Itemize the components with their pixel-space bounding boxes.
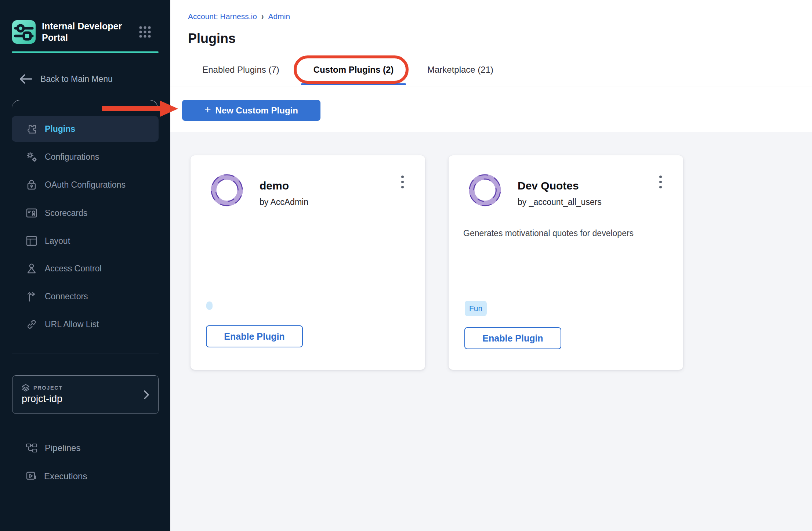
back-to-main-menu[interactable]: Back to Main Menu xyxy=(19,73,113,84)
kebab-menu-icon[interactable] xyxy=(653,171,668,192)
active-tab-underline xyxy=(301,83,406,85)
person-icon xyxy=(26,263,37,274)
sidebar-item-label: URL Allow List xyxy=(45,319,99,329)
sidebar-item-url-allow-list[interactable]: URL Allow List xyxy=(12,311,159,337)
pipelines-icon xyxy=(26,443,37,453)
layout-icon xyxy=(26,235,37,247)
gears-icon xyxy=(26,151,37,163)
sidebar-item-access-control[interactable]: Access Control xyxy=(12,256,159,281)
project-selector[interactable]: PROJECT projct-idp xyxy=(12,375,159,414)
layers-icon xyxy=(22,384,30,392)
breadcrumb-chevron-icon: › xyxy=(261,12,264,21)
sidebar-accent-rule xyxy=(12,51,159,53)
project-name: projct-idp xyxy=(22,393,62,405)
page-title: Plugins xyxy=(188,31,236,46)
enable-plugin-button[interactable]: Enable Plugin xyxy=(464,327,561,349)
tab-custom-plugins[interactable]: Custom Plugins (2) xyxy=(301,59,406,81)
plugin-card-demo: demo by AccAdmin Enable Plugin xyxy=(191,155,425,370)
sidebar-item-plugins[interactable]: Plugins xyxy=(12,116,159,142)
empty-tag-dot xyxy=(206,301,213,310)
plugin-description: Generates motivational quotes for develo… xyxy=(463,227,669,239)
sidebar-item-pipelines[interactable]: Pipelines xyxy=(12,434,159,462)
idp-logo-icon xyxy=(12,20,36,44)
sidebar-item-label: Layout xyxy=(45,236,70,246)
plugin-card-dev-quotes: Dev Quotes by _account_all_users Generat… xyxy=(449,155,683,370)
plugin-title: Dev Quotes xyxy=(518,180,579,192)
sidebar-item-configurations[interactable]: Configurations xyxy=(12,144,159,170)
app-logo[interactable]: Internal Developer Portal xyxy=(12,20,134,44)
sidebar-item-executions[interactable]: Executions xyxy=(12,463,159,490)
plugin-avatar xyxy=(468,174,501,207)
kebab-menu-icon[interactable] xyxy=(395,171,410,192)
project-label: PROJECT xyxy=(33,385,63,391)
puzzle-icon xyxy=(26,123,37,135)
project-label-row: PROJECT xyxy=(22,384,63,392)
sidebar-item-layout[interactable]: Layout xyxy=(12,228,159,254)
chevron-right-icon xyxy=(143,389,150,401)
sidebar-item-label: Connectors xyxy=(45,292,88,301)
split-arrows-icon xyxy=(26,290,37,302)
sidebar: Internal Developer Portal Back to Main M… xyxy=(0,0,170,531)
arrow-left-icon xyxy=(19,73,33,84)
sidebar-item-label: Access Control xyxy=(45,264,102,274)
sidebar-item-scorecards[interactable]: Scorecards xyxy=(12,200,159,226)
scorecard-icon xyxy=(26,207,37,219)
app-grid-icon[interactable] xyxy=(138,25,152,39)
breadcrumb-account-link[interactable]: Account: Harness.io xyxy=(188,12,257,21)
plugin-author: by AccAdmin xyxy=(260,197,308,207)
sidebar-item-label: Configurations xyxy=(45,152,99,162)
plugin-title: demo xyxy=(260,180,289,192)
lock-icon xyxy=(26,179,37,191)
tag-badge: Fun xyxy=(465,301,487,316)
sidebar-item-oauth-configurations[interactable]: OAuth Configurations xyxy=(12,172,159,198)
tab-enabled-plugins[interactable]: Enabled Plugins (7) xyxy=(187,59,295,81)
new-custom-plugin-button[interactable]: + New Custom Plugin xyxy=(182,100,320,121)
back-label: Back to Main Menu xyxy=(40,74,113,84)
plugin-avatar xyxy=(210,174,243,207)
breadcrumb: Account: Harness.io › Admin xyxy=(188,12,290,21)
sidebar-divider xyxy=(12,354,159,354)
breadcrumb-admin-link[interactable]: Admin xyxy=(268,12,290,21)
new-custom-plugin-label: New Custom Plugin xyxy=(215,105,298,116)
sidebar-item-label: Plugins xyxy=(45,124,75,134)
sidebar-item-label: Pipelines xyxy=(45,443,80,453)
nav-group-border xyxy=(12,100,158,109)
enable-plugin-button[interactable]: Enable Plugin xyxy=(206,325,303,347)
plus-icon: + xyxy=(204,104,211,116)
app-title: Internal Developer Portal xyxy=(42,21,134,43)
plugin-author: by _account_all_users xyxy=(518,197,602,207)
sidebar-item-label: Scorecards xyxy=(45,208,87,218)
sidebar-item-label: OAuth Configurations xyxy=(45,180,126,190)
tab-marketplace[interactable]: Marketplace (21) xyxy=(413,59,508,81)
link-icon xyxy=(26,318,37,330)
sidebar-item-label: Executions xyxy=(44,471,87,481)
sidebar-item-connectors[interactable]: Connectors xyxy=(12,283,159,309)
executions-icon xyxy=(26,471,37,481)
app-window: Internal Developer Portal Back to Main M… xyxy=(0,0,812,531)
tabs-bottom-border xyxy=(170,87,812,87)
